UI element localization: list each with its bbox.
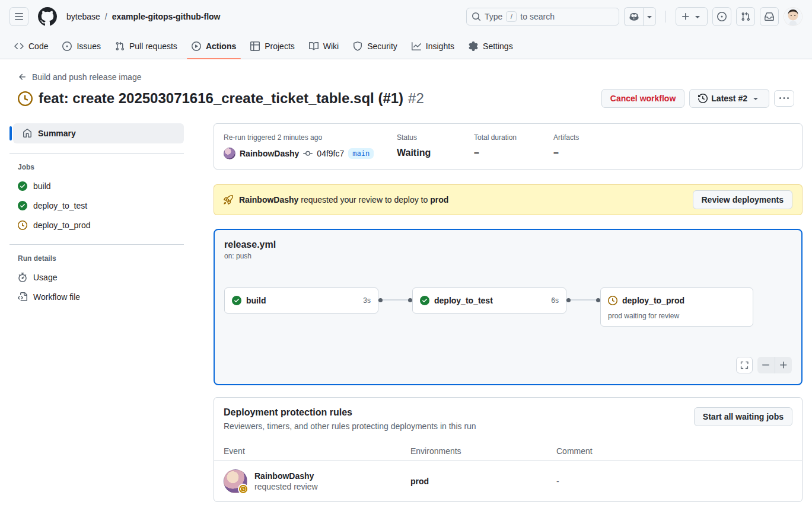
tab-label: Wiki xyxy=(323,41,339,51)
sidebar-divider xyxy=(9,153,184,154)
sidebar-item-label: Summary xyxy=(38,129,76,138)
tab-label: Actions xyxy=(206,41,236,51)
node-label: build xyxy=(246,296,266,305)
run-summary-card: Re-run triggered 2 minutes ago RainbowDa… xyxy=(214,123,803,170)
tab-insights[interactable]: Insights xyxy=(407,33,459,59)
node-duration: 3s xyxy=(363,296,371,305)
fullscreen-button[interactable] xyxy=(736,357,753,373)
tab-label: Settings xyxy=(483,41,513,51)
start-all-waiting-jobs-button[interactable]: Start all waiting jobs xyxy=(694,407,792,426)
tab-wiki[interactable]: Wiki xyxy=(304,33,343,59)
tab-security[interactable]: Security xyxy=(348,33,402,59)
page-title: feat: create 202503071616_create_ticket_… xyxy=(39,90,403,107)
sidebar-job-deploy-to-prod[interactable]: deploy_to_prod xyxy=(9,215,184,235)
tab-issues[interactable]: Issues xyxy=(58,33,105,59)
run-details-heading: Run details xyxy=(9,254,184,263)
banner-environment: prod xyxy=(430,195,448,204)
workflow-trigger: on: push xyxy=(224,252,792,260)
back-link[interactable]: Build and push release image xyxy=(18,72,141,82)
breadcrumb-repo[interactable]: example-gitops-github-flow xyxy=(112,12,221,21)
duration-label: Total duration xyxy=(474,133,553,142)
inbox-button[interactable] xyxy=(760,7,779,26)
github-logo-icon[interactable] xyxy=(38,7,57,26)
run-sidebar: Summary Jobs build deploy_to_test deploy… xyxy=(9,123,184,502)
commit-sha[interactable]: 04f9fc7 xyxy=(317,149,344,158)
branch-label[interactable]: main xyxy=(348,148,374,159)
git-pull-request-icon xyxy=(741,12,750,21)
zoom-in-button[interactable] xyxy=(775,357,792,373)
gear-icon xyxy=(469,41,478,51)
review-deployments-button[interactable]: Review deployments xyxy=(693,190,793,209)
check-circle-icon xyxy=(420,296,429,305)
plus-icon xyxy=(681,12,690,21)
sidebar-item-workflow-file[interactable]: Workflow file xyxy=(9,287,184,306)
hamburger-menu-button[interactable] xyxy=(9,7,28,26)
environment-value: prod xyxy=(410,477,556,486)
banner-text: RainbowDashy requested your review to de… xyxy=(239,195,448,204)
sidebar-job-build[interactable]: build xyxy=(9,176,184,196)
tab-pull-requests[interactable]: Pull requests xyxy=(110,33,182,59)
waiting-clock-icon xyxy=(18,91,33,106)
search-input[interactable]: Type / to search xyxy=(466,8,619,25)
tab-label: Insights xyxy=(426,41,454,51)
reviewer-avatar[interactable] xyxy=(224,469,247,493)
pull-requests-dashboard-button[interactable] xyxy=(736,7,755,26)
sidebar-divider xyxy=(9,244,184,245)
graph-node-deploy-to-test[interactable]: deploy_to_test 6s xyxy=(412,287,566,314)
breadcrumb-separator: / xyxy=(105,12,107,21)
kebab-horizontal-icon xyxy=(779,94,789,103)
status-value: Waiting xyxy=(397,148,474,158)
node-duration: 6s xyxy=(551,296,559,305)
back-link-label: Build and push release image xyxy=(32,72,141,82)
screen-full-icon xyxy=(740,361,749,369)
tab-label: Code xyxy=(28,41,48,51)
breadcrumb-org[interactable]: bytebase xyxy=(66,12,100,21)
history-icon xyxy=(698,94,708,103)
tab-projects[interactable]: Projects xyxy=(246,33,300,59)
comment-value: - xyxy=(556,477,792,486)
user-avatar[interactable] xyxy=(784,7,803,26)
chevron-down-icon xyxy=(645,12,654,21)
slash-key-hint: / xyxy=(506,11,517,22)
event-description: requested review xyxy=(254,482,318,491)
review-request-banner: RainbowDashy requested your review to de… xyxy=(214,184,803,215)
breadcrumb: bytebase / example-gitops-github-flow xyxy=(66,12,220,21)
zoom-out-button[interactable] xyxy=(757,357,775,373)
search-placeholder-prefix: Type xyxy=(485,12,502,21)
duration-value: – xyxy=(474,148,553,158)
column-event: Event xyxy=(224,446,410,456)
graph-node-build[interactable]: build 3s xyxy=(224,287,378,314)
chevron-down-icon xyxy=(693,12,702,21)
dash-icon xyxy=(761,360,770,370)
copilot-dropdown-button[interactable] xyxy=(643,7,656,26)
actor-name[interactable]: RainbowDashy xyxy=(240,149,299,158)
deployment-protection-card: Deployment protection rules Reviewers, t… xyxy=(214,397,803,502)
issues-dashboard-button[interactable] xyxy=(712,7,731,26)
run-options-button[interactable] xyxy=(774,90,794,107)
jobs-heading: Jobs xyxy=(9,163,184,171)
job-label: deploy_to_prod xyxy=(33,220,91,230)
copilot-button[interactable] xyxy=(624,7,643,26)
zoom-controls xyxy=(757,357,792,373)
run-content: Re-run triggered 2 minutes ago RainbowDa… xyxy=(214,123,803,502)
create-new-button[interactable] xyxy=(676,7,708,26)
table-icon xyxy=(250,41,260,51)
graph-node-deploy-to-prod[interactable]: deploy_to_prod prod waiting for review xyxy=(600,287,753,327)
sidebar-item-summary[interactable]: Summary xyxy=(13,123,184,143)
artifacts-label: Artifacts xyxy=(553,133,579,142)
tab-code[interactable]: Code xyxy=(9,33,53,59)
tab-label: Pull requests xyxy=(129,41,177,51)
tab-actions[interactable]: Actions xyxy=(187,33,241,59)
arrow-left-icon xyxy=(18,72,27,82)
node-label: deploy_to_test xyxy=(434,296,493,305)
run-header: Build and push release image feat: creat… xyxy=(0,59,812,108)
sidebar-job-deploy-to-test[interactable]: deploy_to_test xyxy=(9,196,184,215)
sidebar-item-usage[interactable]: Usage xyxy=(9,267,184,287)
latest-attempt-button[interactable]: Latest #2 xyxy=(689,89,769,108)
reviewer-name[interactable]: RainbowDashy xyxy=(254,471,318,481)
workflow-graph-card[interactable]: release.yml on: push build 3s deploy_to_… xyxy=(214,229,803,385)
cancel-workflow-button[interactable]: Cancel workflow xyxy=(601,89,684,108)
tab-settings[interactable]: Settings xyxy=(464,33,518,59)
actor-avatar[interactable] xyxy=(224,148,235,159)
node-label: deploy_to_prod xyxy=(622,296,684,305)
